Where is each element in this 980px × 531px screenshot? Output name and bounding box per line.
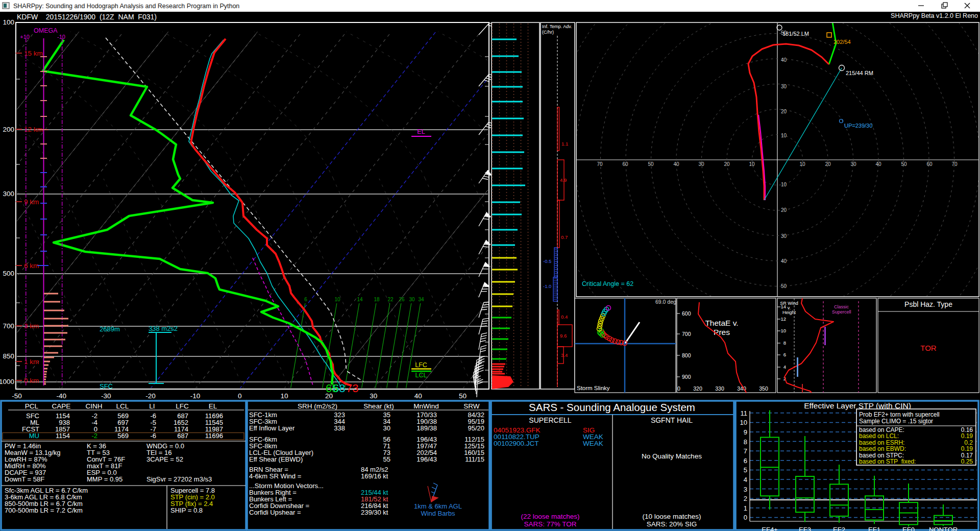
svg-text:5: 5 [744, 466, 747, 474]
svg-text:800: 800 [682, 352, 691, 358]
svg-text:40: 40 [875, 161, 881, 167]
svg-text:50: 50 [781, 283, 787, 289]
svg-text:-6: -6 [150, 432, 156, 440]
svg-text:WEAK: WEAK [583, 440, 603, 447]
svg-text:Shear (kt): Shear (kt) [363, 402, 394, 410]
svg-text:350: 350 [759, 385, 768, 392]
svg-text:12: 12 [780, 316, 786, 322]
svg-text:-2: -2 [91, 432, 97, 440]
svg-text:9: 9 [744, 428, 747, 436]
svg-text:1.1: 1.1 [561, 141, 568, 147]
svg-text:700-500mb LR = 7.2 C/km: 700-500mb LR = 7.2 C/km [5, 506, 83, 514]
svg-text:34: 34 [418, 297, 424, 302]
svg-text:SGFNT HAIL: SGFNT HAIL [651, 416, 693, 424]
svg-text:6: 6 [744, 457, 747, 465]
svg-text:ThetaE v.: ThetaE v. [705, 319, 738, 327]
svg-text:Wind Barbs: Wind Barbs [421, 510, 455, 517]
svg-text:SigSvr = 27202 m3/s3: SigSvr = 27202 m3/s3 [146, 475, 212, 483]
svg-text:30: 30 [698, 161, 704, 167]
svg-text:196/43: 196/43 [416, 455, 437, 463]
svg-text:(10 loose matches): (10 loose matches) [643, 513, 701, 520]
svg-text:69.0 deg: 69.0 deg [655, 299, 676, 305]
svg-text:40: 40 [781, 258, 787, 264]
svg-text:0: 0 [677, 385, 680, 392]
svg-text:26: 26 [399, 297, 405, 302]
svg-text:SHARPpy: Sounding and Hodograp: SHARPpy: Sounding and Hodograph Analysis… [13, 3, 239, 10]
svg-text:8: 8 [744, 438, 747, 446]
svg-text:LFC: LFC [415, 361, 427, 369]
svg-text:30: 30 [383, 424, 390, 432]
svg-text:10: 10 [780, 328, 786, 333]
svg-text:850: 850 [3, 352, 14, 360]
svg-text:10: 10 [281, 392, 288, 400]
svg-text:10: 10 [781, 182, 787, 187]
svg-text:-0.5: -0.5 [543, 258, 551, 264]
svg-text:EF1: EF1 [868, 526, 880, 531]
svg-text:70: 70 [951, 161, 958, 167]
svg-text:EF4+: EF4+ [762, 526, 777, 531]
svg-text:3.4: 3.4 [561, 352, 568, 358]
svg-text:Classic: Classic [834, 304, 849, 309]
svg-text:50: 50 [901, 161, 907, 167]
svg-text:SHIP = 0.8: SHIP = 0.8 [170, 506, 203, 514]
svg-text:14: 14 [357, 297, 363, 302]
svg-text:-1.0: -1.0 [543, 283, 551, 289]
svg-text:Critical Angle = 62: Critical Angle = 62 [582, 280, 633, 287]
svg-text:7: 7 [744, 447, 747, 455]
svg-text:6: 6 [783, 352, 786, 357]
svg-text:60: 60 [622, 161, 628, 167]
svg-text:15 km: 15 km [24, 50, 43, 57]
svg-text:20: 20 [825, 161, 831, 167]
svg-text:LFC: LFC [176, 402, 189, 410]
svg-text:4-6km SR Wind =: 4-6km SR Wind = [249, 472, 301, 480]
svg-text:Storm Slinky: Storm Slinky [577, 385, 610, 391]
svg-text:215/44 RM: 215/44 RM [846, 70, 873, 76]
svg-text:NONTOR: NONTOR [929, 526, 958, 531]
svg-text:11: 11 [741, 409, 748, 417]
svg-text:202/54: 202/54 [834, 39, 851, 45]
svg-text:100: 100 [3, 18, 14, 26]
svg-text:181/52 LM: 181/52 LM [782, 31, 809, 37]
svg-text:300: 300 [3, 190, 14, 198]
svg-text:0.7: 0.7 [561, 234, 568, 240]
svg-text:0.4: 0.4 [561, 314, 568, 320]
svg-text:SUPERCELL: SUPERCELL [529, 416, 571, 424]
svg-text:40: 40 [414, 392, 422, 400]
svg-text:73: 73 [346, 382, 358, 395]
svg-text:Sample CLIMO = .15 sigtor: Sample CLIMO = .15 sigtor [859, 418, 933, 425]
svg-text:320: 320 [693, 385, 702, 392]
svg-text:SARS: 20% SIG: SARS: 20% SIG [647, 520, 697, 528]
svg-text:700: 700 [682, 331, 691, 337]
svg-text:330: 330 [715, 385, 724, 392]
svg-text:8: 8 [783, 340, 786, 346]
svg-text:700: 700 [3, 322, 14, 330]
svg-text:11696: 11696 [205, 432, 223, 440]
svg-text:0: 0 [238, 392, 242, 400]
svg-text:MU: MU [29, 432, 39, 440]
svg-text:DownT = 58F: DownT = 58F [5, 475, 44, 483]
svg-text:30: 30 [781, 233, 787, 239]
svg-text:SRW: SRW [463, 402, 480, 410]
svg-text:-10: -10 [57, 34, 65, 40]
svg-text:SARS - Sounding Analogue Syste: SARS - Sounding Analogue System [529, 401, 695, 413]
svg-text:9.6: 9.6 [560, 333, 567, 339]
svg-text:Psbl Haz. Type: Psbl Haz. Type [904, 300, 952, 308]
svg-text:10: 10 [740, 419, 747, 426]
svg-text:1km & 6km AGL: 1km & 6km AGL [414, 502, 462, 510]
svg-text:MnWind: MnWind [413, 402, 439, 410]
svg-text:No Quality Matches: No Quality Matches [642, 452, 702, 460]
svg-text:-50: -50 [12, 392, 22, 400]
svg-text:Eff Inflow Layer: Eff Inflow Layer [249, 424, 295, 432]
svg-text:40: 40 [673, 161, 679, 167]
svg-text:687: 687 [177, 432, 188, 440]
svg-text:189/38: 189/38 [416, 424, 437, 432]
svg-text:OMEGA: OMEGA [34, 27, 58, 34]
svg-text:338: 338 [334, 424, 345, 432]
svg-text:20: 20 [781, 109, 787, 114]
svg-text:22: 22 [387, 297, 394, 302]
svg-text:30: 30 [781, 84, 787, 89]
svg-text:0: 0 [744, 514, 747, 521]
svg-text:Supercell: Supercell [832, 309, 851, 315]
svg-text:EL: EL [417, 128, 425, 135]
svg-text:LCL: LCL [415, 372, 427, 379]
